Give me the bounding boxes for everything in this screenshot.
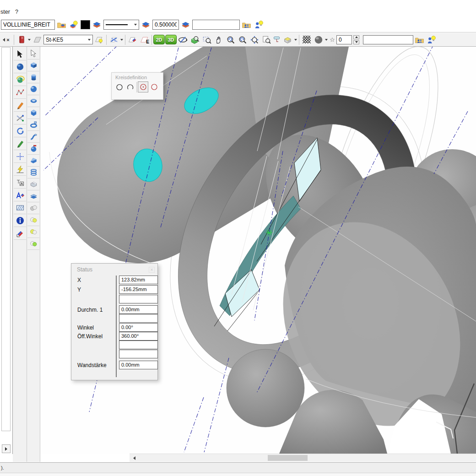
status-field-blank-1[interactable] (119, 295, 158, 303)
torus-solid-tool[interactable] (27, 95, 39, 107)
close-icon[interactable]: × (149, 267, 155, 273)
select-cursor-3d-tool[interactable] (27, 48, 39, 60)
layer-select[interactable]: St-KE5 (43, 35, 93, 44)
sphere-tool[interactable] (14, 60, 26, 73)
star-icon[interactable] (329, 34, 336, 45)
plane-eraser-icon[interactable] (127, 34, 138, 45)
stepper-down-icon[interactable] (353, 40, 359, 44)
zoom-next-icon[interactable] (237, 34, 248, 45)
prism-solid-tool[interactable] (27, 107, 39, 119)
circle-full-icon[interactable] (114, 81, 124, 92)
subtract-boolean-tool[interactable] (27, 214, 39, 226)
menu-item-help[interactable]: ? (15, 9, 18, 15)
hatch-tool[interactable] (14, 201, 26, 214)
plane-arrows-dropdown-icon[interactable] (120, 39, 123, 41)
view-2d-button[interactable]: 2D (153, 35, 165, 44)
dock-close-icon[interactable]: × (6, 38, 9, 42)
line-color-swatch[interactable] (81, 20, 90, 29)
view-aux-input[interactable] (363, 35, 413, 44)
render-sphere-icon[interactable] (313, 34, 324, 45)
redraw-icon[interactable] (272, 34, 281, 45)
render-dropdown-icon[interactable] (325, 39, 328, 41)
horizontal-scrollbar[interactable] (130, 454, 476, 462)
point-tool[interactable] (14, 150, 26, 163)
line-aux-input[interactable] (192, 20, 240, 30)
status-field-y[interactable]: -156.25mm (119, 285, 158, 294)
dimension-tool[interactable] (14, 163, 26, 176)
section-box-tool[interactable] (27, 178, 39, 190)
panel-expand-button[interactable] (2, 444, 11, 453)
view-cube-dropdown-icon[interactable] (294, 39, 297, 41)
label-tool[interactable] (14, 176, 26, 189)
circle-arc-icon[interactable] (125, 81, 135, 92)
delete-tool[interactable] (14, 227, 26, 240)
difference-boolean-tool[interactable] (27, 238, 39, 250)
status-field-blank-3[interactable] (119, 341, 158, 349)
linetype-input[interactable] (1, 20, 55, 30)
person-bulb-icon[interactable] (253, 19, 265, 30)
status-field-oeffwinkel[interactable]: 360.00° (119, 332, 158, 341)
linetype-folder-icon[interactable] (56, 19, 67, 30)
group-folder-icon[interactable] (414, 34, 425, 45)
chamfer-tool[interactable] (27, 155, 39, 167)
figure-hand-sphere[interactable] (227, 349, 304, 427)
status-field-durchmesser[interactable]: 0.00mm (119, 305, 158, 314)
text-tool[interactable] (14, 189, 26, 201)
dock-collapse-icon[interactable] (3, 38, 5, 42)
zoom-model-icon[interactable] (189, 34, 200, 45)
cylinder-solid-tool[interactable] (27, 71, 39, 83)
extrude-tool[interactable] (27, 119, 39, 131)
orbit-tool[interactable] (14, 73, 26, 86)
menu-item-fenster[interactable]: ster (0, 9, 10, 15)
person-bulb-icon[interactable] (426, 34, 437, 45)
edit-pencil-tool[interactable] (14, 137, 26, 150)
stepper-up-icon[interactable] (353, 35, 359, 39)
sphere-solid-tool[interactable] (27, 83, 39, 95)
group-folder-icon[interactable] (241, 19, 252, 30)
plane-e-icon[interactable]: E (139, 34, 150, 45)
box-solid-tool[interactable] (27, 60, 39, 71)
zoom-all-icon[interactable] (249, 34, 260, 45)
line-width-input[interactable] (152, 20, 179, 30)
coil-tool[interactable] (27, 167, 39, 178)
zoom-sheet-icon[interactable] (260, 34, 272, 45)
viewport-canvas[interactable] (40, 47, 476, 454)
plane-arrows-icon[interactable] (108, 34, 119, 45)
status-field-x[interactable]: 123.82mm (119, 276, 158, 284)
view-cube-icon[interactable] (282, 34, 293, 45)
polyline-tool[interactable] (14, 86, 26, 99)
hatch-pattern-icon[interactable] (301, 34, 312, 45)
status-field-blank-4[interactable] (119, 350, 158, 358)
plane-bulb-icon[interactable] (93, 34, 105, 45)
linetype-highlight-icon[interactable] (68, 19, 80, 30)
slab-tool[interactable] (27, 190, 39, 202)
rotate-tool[interactable] (14, 124, 26, 137)
intersect-boolean-tool[interactable] (27, 226, 39, 238)
apply-color-layers-icon[interactable] (91, 19, 103, 30)
book-dropdown-icon[interactable] (28, 39, 31, 41)
snap-tool[interactable] (14, 112, 26, 124)
status-field-wandstaerke[interactable]: 0.00mm (119, 361, 158, 369)
part-book-icon[interactable] (16, 34, 27, 45)
circle-radius-icon[interactable] (149, 81, 159, 92)
pan-hand-icon[interactable] (213, 34, 224, 45)
line-style-select[interactable] (103, 20, 139, 30)
zoom-window-icon[interactable] (201, 34, 212, 45)
status-field-blank-2[interactable] (119, 314, 158, 323)
zoom-factor-input[interactable] (336, 35, 352, 44)
info-tool[interactable] (14, 214, 26, 227)
circle-center-point-icon[interactable] (138, 81, 148, 92)
viewport[interactable]: Kreisdefinition Status × X 123.82mm Y -1… (40, 47, 476, 454)
scrollbar-thumb[interactable] (268, 455, 308, 461)
apply-style-layers-icon[interactable] (140, 19, 151, 30)
scroll-left-button[interactable] (130, 454, 138, 462)
plane-icon[interactable] (32, 34, 43, 45)
select-cursor-tool[interactable] (14, 48, 26, 60)
union-boolean-tool[interactable] (27, 202, 39, 214)
view-3d-button[interactable]: 3D (165, 35, 177, 44)
status-field-winkel[interactable]: 0.00° (119, 323, 158, 332)
revolve-tool[interactable] (27, 143, 39, 155)
sweep-tool[interactable] (27, 131, 39, 143)
zoom-previous-icon[interactable] (225, 34, 236, 45)
apply-width-layers-icon[interactable] (180, 19, 191, 30)
